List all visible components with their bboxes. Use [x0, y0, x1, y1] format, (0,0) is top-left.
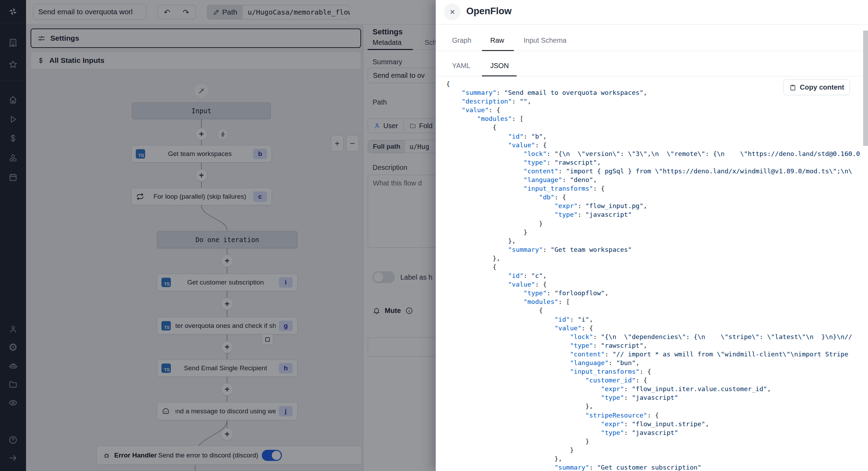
tab-input-schema[interactable]: Input Schema	[524, 36, 566, 44]
close-icon: ×	[450, 7, 455, 17]
drawer-scrollbar[interactable]	[863, 31, 868, 146]
drawer-divider	[436, 24, 868, 25]
openflow-drawer: × OpenFlow Graph Raw Input Schema YAML J…	[436, 0, 868, 471]
copy-content-label: Copy content	[800, 83, 844, 91]
tab-json[interactable]: JSON	[490, 62, 509, 70]
json-code: { "summary": "Send email to overquota wo…	[446, 80, 863, 471]
tab-graph[interactable]: Graph	[452, 36, 471, 44]
close-drawer-button[interactable]: ×	[444, 3, 461, 20]
windmill-flow-editor: ⚙ ↶ ↷ Path u/HugoCasa	[0, 0, 868, 471]
active-tab-underline	[482, 50, 514, 51]
tab-raw[interactable]: Raw	[490, 36, 504, 44]
clipboard-icon	[789, 84, 796, 91]
drawer-title: OpenFlow	[466, 6, 512, 17]
copy-content-button[interactable]: Copy content	[783, 79, 850, 95]
tab-yaml[interactable]: YAML	[452, 62, 470, 70]
drawer-backdrop[interactable]	[0, 0, 436, 471]
active-format-tab-underline	[482, 75, 517, 76]
